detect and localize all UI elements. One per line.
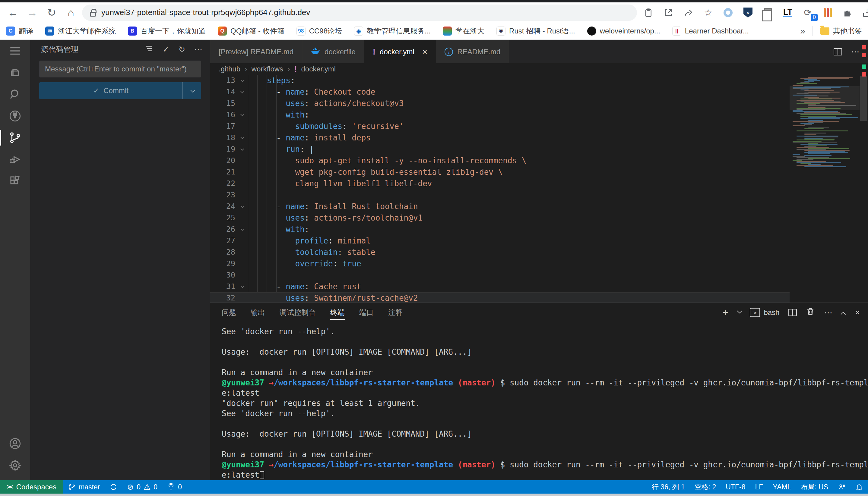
commit-check-icon[interactable]: ✓ [163,45,169,54]
bookmarks-overflow-chevron[interactable]: » [800,26,805,36]
share-icon[interactable] [682,6,694,19]
fold-chevron-icon [235,258,248,269]
settings-gear-icon[interactable] [0,454,30,476]
ports-indicator[interactable]: 0 [162,480,187,494]
panel-more-icon[interactable]: ⋯ [824,308,833,317]
maximize-panel-icon[interactable] [841,312,846,317]
open-in-new-icon[interactable] [662,6,674,19]
terminal[interactable]: See 'docker run --help'.Usage: docker ru… [210,322,868,480]
fold-chevron-icon[interactable] [235,75,248,86]
bookmark-item[interactable]: 98CC98论坛 [297,26,342,36]
commit-button[interactable]: ✓ Commit [39,82,201,99]
address-bar[interactable]: yunwei37-potential-space-trout-rpr5qwj66… [82,4,637,21]
panel-tab[interactable]: 终端 [330,303,345,322]
status-language[interactable]: YAML [768,480,796,494]
breadcrumb-folder[interactable]: workflows [252,65,283,73]
close-panel-icon[interactable]: × [855,307,860,317]
extension-ring-icon[interactable] [722,6,734,19]
feedback-icon[interactable] [833,480,851,494]
run-debug-icon[interactable] [0,149,30,170]
close-icon[interactable]: × [422,47,428,57]
forward-button[interactable]: → [24,4,41,21]
terminal-shell-item[interactable]: > bash [750,308,779,317]
terminal-dropdown-icon[interactable] [737,308,742,313]
panel-tab[interactable]: 端口 [359,303,374,322]
editor-tab[interactable]: iREADME.md [436,40,509,63]
fold-chevron-icon[interactable] [235,143,248,155]
commit-dropdown[interactable] [182,82,201,99]
editor-tab[interactable]: [Preview] README.md [210,40,302,63]
bookmark-item[interactable]: ◉教学管理信息服务... [354,26,431,36]
fold-chevron-icon[interactable] [235,109,248,121]
refresh-icon[interactable]: ↻ [178,45,185,54]
panel-tab[interactable]: 问题 [222,303,236,322]
sync-indicator[interactable] [105,480,122,494]
fold-chevron-icon[interactable] [235,223,248,235]
commit-message-input[interactable] [39,61,201,77]
editor-more-icon[interactable]: ⋯ [851,47,860,57]
account-icon[interactable] [0,433,30,454]
status-eol[interactable]: LF [750,480,768,494]
home-button[interactable]: ⌂ [63,4,79,21]
status-encoding[interactable]: UTF-8 [721,480,750,494]
extension-shield-icon[interactable]: » [742,6,754,19]
panel-tab[interactable]: 输出 [251,303,265,322]
line-number: 25 [210,212,235,223]
extension-pages-icon[interactable] [762,6,774,19]
editor-scrollbar[interactable] [859,75,868,303]
code-text: with: [248,109,790,121]
back-button[interactable]: ← [5,4,21,21]
extensions-puzzle-icon[interactable] [841,6,854,19]
downloads-icon[interactable] [862,6,868,19]
clipboard-icon[interactable] [642,6,655,19]
more-actions-icon[interactable]: ⋯ [194,45,203,54]
editor-tab[interactable]: dockerfile [302,40,364,63]
bookmark-item[interactable]: 学在浙大 [443,26,484,36]
status-keyboard-layout[interactable]: 布局: US [796,480,833,494]
editor-tab[interactable]: !docker.yml× [364,40,436,63]
bookmark-label: Learner Dashboar... [685,27,749,35]
extension-sync-badge-icon[interactable]: ⟳0 [802,6,814,19]
fold-chevron-icon[interactable] [235,86,248,98]
extensions-icon[interactable] [0,170,30,192]
other-bookmarks[interactable]: 其他书签 [820,26,862,36]
extension-languagetool-icon[interactable]: LT [782,6,794,19]
github-icon[interactable] [0,105,30,127]
minimap[interactable] [790,75,859,303]
split-terminal-icon[interactable] [788,309,797,316]
status-indentation[interactable]: 空格: 2 [690,480,721,494]
extension-crayons-icon[interactable] [822,6,834,19]
breadcrumb-folder[interactable]: .github [219,65,240,73]
search-icon[interactable] [0,83,30,105]
line-number: 22 [210,178,235,189]
notifications-bell-icon[interactable] [851,480,868,494]
source-control-icon[interactable] [0,127,30,149]
reload-button[interactable]: ↻ [43,4,60,21]
fold-chevron-icon[interactable] [235,281,248,292]
terminal-line: "docker run" requires at least 1 argumen… [222,398,868,408]
codespaces-remote-indicator[interactable]: >< Codespaces [0,480,63,494]
bookmark-item[interactable]: B百度一下，你就知道 [128,26,206,36]
explorer-icon[interactable] [0,62,30,83]
kill-terminal-icon[interactable] [806,307,815,318]
bookmark-item[interactable]: ||Learner Dashboar... [672,27,749,35]
code-editor[interactable]: 13 steps:14 - name: Checkout code15 uses… [210,75,868,303]
bookmark-star-icon[interactable]: ☆ [702,6,714,19]
bookmark-item[interactable]: ✉浙江大学邮件系统 [45,26,116,36]
bookmark-item[interactable]: ®Rust 招聘 - Rust语... [496,26,575,36]
problems-indicator[interactable]: ⊘ 0 ⚠ 0 [122,480,162,494]
menu-icon[interactable] [0,40,30,62]
fold-chevron-icon[interactable] [235,132,248,143]
bookmark-item[interactable]: G翻译 [6,26,33,36]
panel-tab[interactable]: 调试控制台 [280,303,316,322]
fold-chevron-icon[interactable] [235,201,248,212]
new-terminal-icon[interactable]: + [723,307,728,318]
bookmark-item[interactable]: weloveinterns/op... [587,27,660,35]
split-editor-icon[interactable] [834,48,842,56]
panel-tab[interactable]: 注释 [388,303,403,322]
bookmark-item[interactable]: QQQ邮箱 - 收件箱 [218,26,284,36]
branch-indicator[interactable]: master [63,480,105,494]
status-cursor-position[interactable]: 行 36, 列 1 [647,480,690,494]
view-as-list-icon[interactable] [145,44,153,55]
breadcrumb-file[interactable]: docker.yml [301,65,336,73]
